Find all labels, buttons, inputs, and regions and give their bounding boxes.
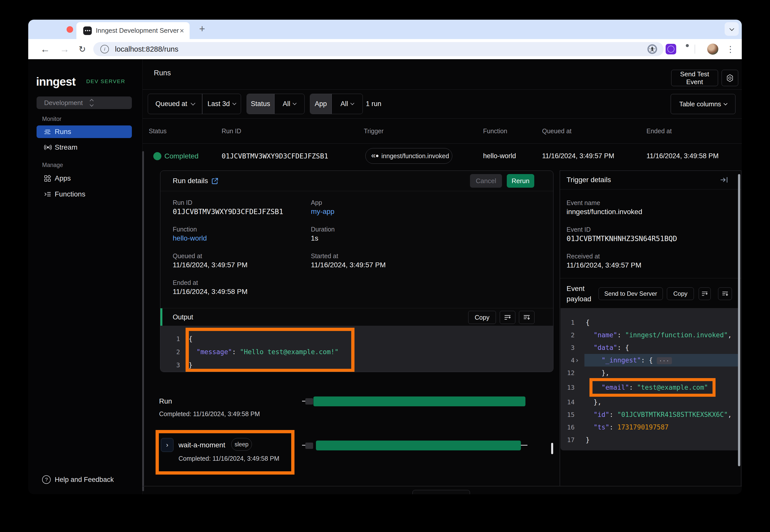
row-function[interactable]: hello-world: [483, 143, 516, 169]
app-filter[interactable]: App All: [310, 94, 363, 114]
environment-selector[interactable]: Development: [37, 96, 132, 109]
column-header[interactable]: Run ID: [222, 127, 241, 135]
copy-output-button[interactable]: Copy: [468, 311, 496, 324]
site-info-icon[interactable]: i: [100, 45, 109, 53]
timeline-tick: [302, 401, 305, 402]
code-text: },: [586, 398, 602, 406]
close-window-button[interactable]: [67, 26, 73, 33]
wrap-text-icon[interactable]: [500, 311, 515, 324]
tab-title: Inngest Development Server: [96, 27, 179, 35]
avatar[interactable]: [707, 44, 718, 55]
send-to-dev-server-button[interactable]: Send to Dev Server: [599, 287, 663, 300]
panel-scrollbar-thumb[interactable]: [738, 174, 740, 466]
sidebar-item-apps[interactable]: Apps: [37, 172, 132, 185]
forward-icon[interactable]: →: [60, 39, 69, 59]
partially-visible-button[interactable]: [412, 490, 470, 494]
trigger-badge[interactable]: « inngest/function.invoked: [365, 148, 452, 164]
code-text: "email": "test@example.com": [586, 384, 708, 391]
run-timeline-bar[interactable]: [313, 396, 525, 406]
sidebar-item-runs[interactable]: Runs: [37, 125, 132, 138]
close-tab-icon[interactable]: ×: [179, 26, 184, 35]
code-token: },: [594, 398, 601, 406]
sidebar-item-stream[interactable]: Stream: [37, 141, 132, 154]
scroll-to-bottom-icon[interactable]: [718, 287, 732, 300]
step-timeline-bar[interactable]: [316, 441, 521, 450]
table-columns-button[interactable]: Table columns: [671, 94, 735, 114]
column-header[interactable]: Function: [483, 127, 507, 135]
browser-menu-icon[interactable]: ⋮: [726, 39, 735, 59]
code-token: "data": [594, 344, 617, 351]
event-payload-code: 1{2 "name": "inngest/function.invoked",3…: [560, 308, 740, 450]
line-number: 14: [560, 398, 586, 406]
send-test-event-button[interactable]: Send Test Event: [671, 70, 718, 86]
code-text: "name": "inngest/function.invoked",: [586, 331, 732, 339]
run-details-title: Run details: [173, 177, 208, 185]
code-line: 13 "email": "test@example.com": [560, 381, 740, 394]
code-line: 15 "id": "01JCVBTMTKR41S8STTKEXSKX6C",: [560, 408, 740, 421]
external-link-icon[interactable]: [211, 177, 219, 186]
reload-icon[interactable]: ↻: [79, 39, 86, 59]
browser-tab[interactable]: Inngest Development Server ×: [76, 22, 189, 39]
settings-gear-button[interactable]: [722, 70, 738, 86]
cancel-button[interactable]: Cancel: [470, 174, 502, 188]
details-scrollbar-thumb[interactable]: [551, 443, 553, 454]
started-at-value: 11/16/2024, 3:49:57 PM: [311, 261, 386, 269]
new-tab-button[interactable]: +: [199, 23, 205, 35]
time-filter[interactable]: Queued at Last 3d: [148, 94, 241, 114]
code-line: 4› "_inngest": { ···: [560, 354, 740, 367]
wrap-text-icon[interactable]: [699, 287, 711, 300]
line-number: 13: [560, 384, 586, 391]
step-name[interactable]: wait-a-moment: [178, 441, 225, 449]
extension-icon[interactable]: [666, 44, 676, 54]
table-row[interactable]: Completed 01JCVBTMV3WXY9D3CFDEJFZSB1 « i…: [142, 143, 742, 169]
code-token: 1731790197587: [617, 423, 669, 431]
code-token: :: [617, 331, 625, 339]
step-highlight-box: [155, 430, 295, 475]
status-filter-select[interactable]: All: [275, 94, 304, 114]
queued-at-value: 11/16/2024, 3:49:57 PM: [173, 261, 248, 269]
column-header[interactable]: Status: [149, 127, 167, 135]
timeline-run-label[interactable]: Run: [159, 397, 172, 405]
run-details-card: Run details Cancel Rerun Run ID 01JCVBTM…: [160, 171, 553, 372]
table-header: Status Run ID Trigger Function Queued at…: [142, 118, 742, 144]
collapse-chevron-icon[interactable]: ›: [575, 356, 579, 364]
time-range-select[interactable]: Last 3d: [203, 94, 241, 114]
line-number: 12: [560, 369, 586, 377]
address-bar[interactable]: i localhost:8288/runs ☆: [93, 42, 664, 56]
password-manager-icon[interactable]: [647, 44, 658, 56]
sidebar-item-functions[interactable]: Functions: [37, 188, 132, 201]
row-ended-at: 11/16/2024, 3:49:58 PM: [647, 143, 719, 169]
row-run-id[interactable]: 01JCVBTMV3WXY9D3CFDEJFZSB1: [222, 143, 328, 169]
code-token: :: [610, 423, 617, 431]
line-number: 3: [160, 361, 188, 369]
tab-search-button[interactable]: [725, 22, 739, 36]
event-payload-title: payload: [566, 295, 591, 303]
field-label: Ended at: [173, 279, 198, 286]
rerun-button[interactable]: Rerun: [507, 174, 534, 188]
collapse-panel-icon[interactable]: [720, 176, 728, 184]
column-header[interactable]: Ended at: [647, 127, 672, 135]
column-header[interactable]: Trigger: [364, 127, 383, 135]
status-filter[interactable]: Status All: [247, 94, 305, 114]
scroll-to-bottom-icon[interactable]: [519, 311, 534, 324]
app-link[interactable]: my-app: [311, 208, 334, 216]
sidebar-item-label: Stream: [55, 143, 77, 151]
expand-step-button[interactable]: ›: [161, 438, 173, 452]
tab-strip: Inngest Development Server × +: [28, 20, 742, 39]
code-text: "id": "01JCVBTMTKR41S8STTKEXSKX6C",: [586, 411, 732, 418]
code-line: 16 "ts": 1731790197587: [560, 421, 740, 434]
function-link[interactable]: hello-world: [173, 234, 207, 242]
back-icon[interactable]: ←: [40, 39, 50, 59]
filter-bar: Queued at Last 3d Status All App All 1 r…: [142, 89, 742, 119]
code-text: {: [188, 335, 192, 343]
help-and-feedback[interactable]: ? Help and Feedback: [42, 475, 114, 484]
code-token: [586, 398, 594, 406]
line-number: 17: [560, 436, 586, 444]
column-header[interactable]: Queued at: [542, 127, 571, 135]
trigger-details-title: Trigger details: [566, 176, 611, 184]
app-filter-select[interactable]: All: [332, 94, 363, 114]
url-text[interactable]: localhost:8288/runs: [115, 45, 178, 53]
code-line: 3 "data": {: [560, 341, 740, 354]
time-field-select[interactable]: Queued at: [148, 94, 202, 114]
copy-payload-button[interactable]: Copy: [667, 287, 694, 300]
